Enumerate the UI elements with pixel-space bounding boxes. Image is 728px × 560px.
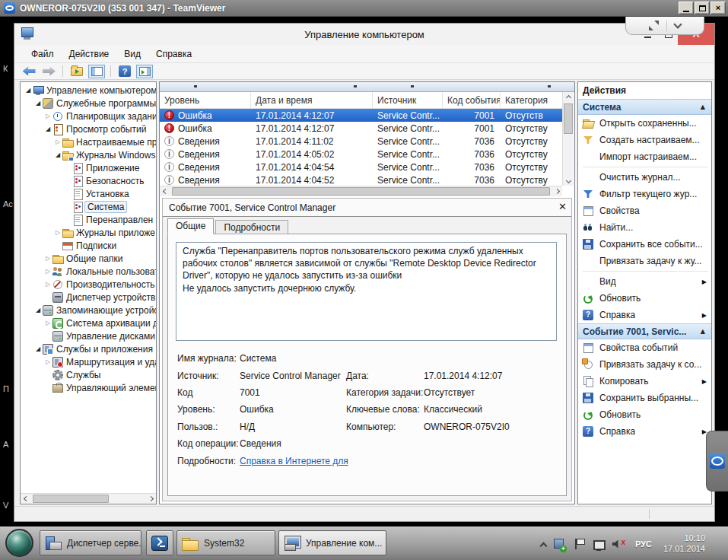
scrollbar-thumb[interactable] <box>564 103 573 134</box>
tv-maximize-button[interactable] <box>695 2 710 14</box>
expand-collapsed-icon[interactable]: ▷ <box>53 229 62 236</box>
expand-expanded-icon[interactable]: ◢ <box>24 87 33 94</box>
expand-collapsed-icon[interactable]: ▷ <box>43 358 52 365</box>
scrollbar-thumb[interactable] <box>33 495 109 503</box>
event-horizontal-scrollbar[interactable] <box>160 186 562 196</box>
fullscreen-expand-icon[interactable] <box>649 21 659 30</box>
action-pane-toggle-button[interactable] <box>136 65 153 78</box>
scroll-up-button[interactable] <box>563 92 574 103</box>
tab-общие[interactable]: Общие <box>167 218 214 234</box>
action-item[interactable]: Обновить <box>578 406 711 423</box>
tree-item[interactable]: ▷Маршрутизация и уда. <box>21 355 156 368</box>
menu-4[interactable]: Справка <box>148 46 199 62</box>
event-vertical-scrollbar[interactable] <box>562 92 574 186</box>
teamviewer-side-tab[interactable] <box>706 431 728 492</box>
scroll-down-button[interactable] <box>563 175 574 186</box>
details-close-icon[interactable]: ✕ <box>558 201 567 212</box>
console-tree-toggle-button[interactable] <box>88 65 105 78</box>
help-button[interactable]: ? <box>116 65 133 78</box>
column-header-2[interactable]: Дата и время <box>251 92 373 108</box>
tree-item[interactable]: Управление дисками <box>21 329 156 342</box>
column-header-3[interactable]: Источник <box>373 92 443 108</box>
column-header-4[interactable]: Код события <box>443 92 501 108</box>
backup-status-tray-icon[interactable] <box>553 538 566 551</box>
action-item[interactable]: Сохранить все событи... <box>578 236 711 253</box>
expand-collapsed-icon[interactable]: ▷ <box>43 113 52 119</box>
expand-expanded-icon[interactable]: ◢ <box>33 307 43 313</box>
scrollbar-thumb[interactable] <box>172 187 550 196</box>
action-item[interactable]: Справка▶ <box>578 307 711 323</box>
action-item[interactable]: Фильтр текущего жур... <box>578 186 711 202</box>
event-row[interactable]: Сведения17.01.2014 4:05:02Service Contr.… <box>160 148 562 161</box>
action-item[interactable]: Привязать задачу к со... <box>578 356 711 373</box>
tree-item[interactable]: Установка <box>21 187 156 200</box>
tree-horizontal-scrollbar[interactable] <box>21 493 156 504</box>
export-list-button[interactable] <box>68 65 85 78</box>
expand-expanded-icon[interactable]: ◢ <box>53 151 62 158</box>
tree-item[interactable]: ◢Служебные программы <box>21 97 156 110</box>
tree-item[interactable]: ◢Запоминающие устройст <box>21 304 156 317</box>
tree-item[interactable]: ◢Просмотр событий <box>21 123 156 135</box>
tv-close-button[interactable]: × <box>711 2 726 14</box>
tree-item[interactable]: ▷Общие папки <box>21 252 156 265</box>
action-item[interactable]: Вид▶ <box>578 273 711 290</box>
action-item[interactable]: Привязать задачу к жу... <box>578 253 711 269</box>
tree-item[interactable]: Службы <box>21 368 156 381</box>
event-row[interactable]: Ошибка17.01.2014 4:12:07Service Contr...… <box>160 122 562 135</box>
tree-item[interactable]: ▷Производительность <box>21 278 156 291</box>
expand-collapsed-icon[interactable]: ▷ <box>43 320 52 326</box>
forward-button[interactable] <box>40 65 57 78</box>
tree-item[interactable]: Перенаправлен <box>21 213 156 226</box>
tree-item[interactable]: ▷Система архивации да <box>21 317 156 329</box>
tree-item[interactable]: Подписки <box>21 239 156 252</box>
menu-3[interactable]: Вид <box>116 46 148 62</box>
action-item[interactable]: Импорт настраиваем... <box>578 148 711 165</box>
teamviewer-toolbar-tab[interactable] <box>625 17 704 35</box>
action-center-flag-icon[interactable] <box>573 538 586 551</box>
tree-item[interactable]: Приложение <box>21 161 156 174</box>
tree-item[interactable]: ▷Журналы приложе <box>21 226 156 239</box>
event-row[interactable]: Сведения17.01.2014 4:04:54Service Contr.… <box>160 161 562 173</box>
tree-item[interactable]: ▷Планировщик заданий <box>21 110 156 123</box>
actions-section-header[interactable]: Система▲ <box>578 99 711 115</box>
tree-item[interactable]: Система <box>21 200 156 213</box>
tree-item[interactable]: Безопасность <box>21 174 156 187</box>
tree-item[interactable]: Управляющий элемен <box>21 381 156 394</box>
scroll-left-button[interactable] <box>160 186 170 196</box>
expand-collapsed-icon[interactable]: ▷ <box>43 255 52 262</box>
expand-expanded-icon[interactable]: ◢ <box>33 345 43 352</box>
column-header-5[interactable]: Категория <box>501 92 564 108</box>
event-row[interactable]: Сведения17.01.2014 4:11:02Service Contr.… <box>160 135 562 148</box>
taskbar-button-server-manager[interactable]: Диспетчер серве... <box>40 530 141 555</box>
taskbar-button-folder[interactable]: System32 <box>176 530 275 555</box>
chevron-down-icon[interactable] <box>673 20 682 28</box>
expand-collapsed-icon[interactable]: ▷ <box>43 281 52 288</box>
event-row[interactable]: Ошибка17.01.2014 4:12:07Service Contr...… <box>160 109 562 122</box>
tree-item[interactable]: ◢Журналы Windows <box>21 148 156 161</box>
window-titlebar[interactable]: Управление компьютером ✕ <box>14 24 714 45</box>
expand-expanded-icon[interactable]: ◢ <box>33 100 43 107</box>
tree-item[interactable]: ◢Службы и приложения <box>21 342 156 355</box>
action-item[interactable]: Справка▶ <box>578 423 711 440</box>
volume-muted-icon[interactable] <box>612 538 625 551</box>
tab-подробности[interactable]: Подробности <box>215 220 288 234</box>
network-icon[interactable] <box>593 538 606 551</box>
action-item[interactable]: Свойства событий <box>578 339 711 356</box>
clock[interactable]: 10:10 17.01.2014 <box>663 533 705 555</box>
action-item[interactable]: Свойства <box>578 202 711 219</box>
online-help-link[interactable]: Справка в Интернете для <box>240 456 348 466</box>
menu-1[interactable]: Файл <box>24 46 62 62</box>
expand-collapsed-icon[interactable]: ▷ <box>43 268 52 275</box>
tree-item[interactable]: ▷Локальные пользовате <box>21 265 156 278</box>
tv-minimize-button[interactable] <box>679 2 694 14</box>
menu-2[interactable]: Действие <box>62 46 117 62</box>
action-item[interactable]: Сохранить выбранны... <box>578 390 711 406</box>
expand-collapsed-icon[interactable]: ▷ <box>53 138 62 145</box>
event-row[interactable]: Сведения17.01.2014 4:04:52Service Contr.… <box>160 173 562 186</box>
taskbar-button-computer-management[interactable]: Управление ком... <box>278 530 386 555</box>
scroll-left-button[interactable] <box>21 494 31 504</box>
collapse-up-icon[interactable]: ▲ <box>701 328 705 335</box>
action-item[interactable]: Копировать▶ <box>578 373 711 390</box>
expand-expanded-icon[interactable]: ◢ <box>43 126 52 132</box>
tree-item[interactable]: ▷Настраиваемые пр <box>21 135 156 148</box>
